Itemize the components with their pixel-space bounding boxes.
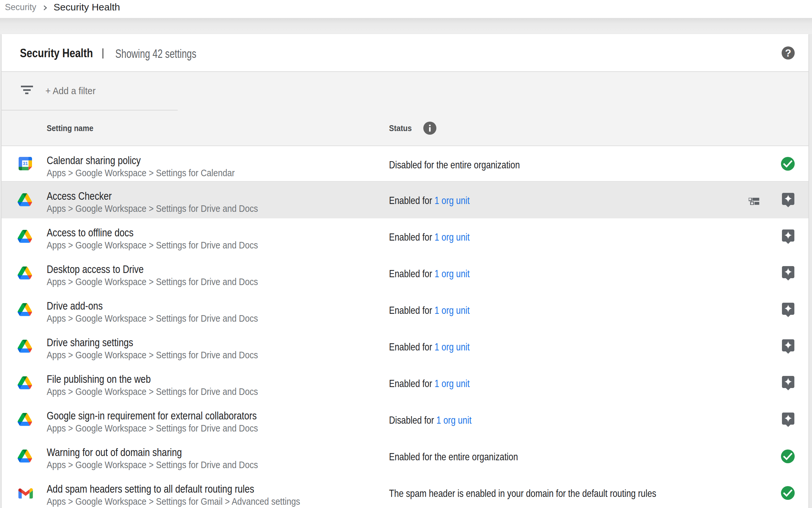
svg-text:31: 31 (23, 161, 28, 166)
